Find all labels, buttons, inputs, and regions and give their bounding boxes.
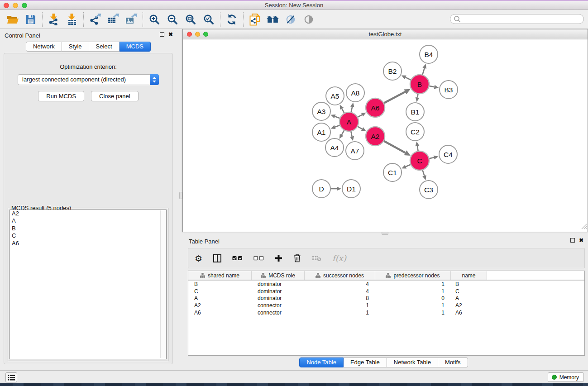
tab-motifs[interactable]: Motifs xyxy=(438,357,468,367)
open-session-icon[interactable] xyxy=(4,12,22,27)
run-mcds-button[interactable]: Run MCDS xyxy=(38,91,84,101)
deselect-all-icon[interactable] xyxy=(253,256,264,261)
graph-node-B1[interactable]: B1 xyxy=(406,103,424,121)
result-item[interactable]: A xyxy=(10,217,166,224)
graph-node-A8[interactable]: A8 xyxy=(346,84,364,102)
graph-node-A7[interactable]: A7 xyxy=(346,142,364,160)
result-item[interactable]: A2 xyxy=(10,210,166,217)
cell: 1 xyxy=(305,310,375,316)
result-item[interactable]: A6 xyxy=(10,240,166,247)
import-network-icon[interactable] xyxy=(45,12,63,27)
tab-network-table[interactable]: Network Table xyxy=(387,357,438,367)
export-table-icon[interactable] xyxy=(104,12,122,27)
copy-network-icon[interactable] xyxy=(246,12,264,27)
result-item[interactable]: C xyxy=(10,232,166,239)
tab-style[interactable]: Style xyxy=(62,42,89,52)
graph-node-B[interactable]: B xyxy=(410,75,429,94)
graph-edge-A2-C[interactable] xyxy=(383,140,406,152)
tab-network[interactable]: Network xyxy=(26,42,62,52)
graph-node-A[interactable]: A xyxy=(339,112,359,131)
gear-icon[interactable]: ⚙ xyxy=(195,254,202,263)
close-panel-icon[interactable]: ✖ xyxy=(168,32,173,37)
tab-mcds[interactable]: MCDS xyxy=(120,42,151,52)
vertical-split-handle[interactable] xyxy=(179,192,182,199)
graph-node-B4[interactable]: B4 xyxy=(420,45,438,63)
minimize-window-button[interactable] xyxy=(13,3,18,8)
graph-node-C4[interactable]: C4 xyxy=(439,145,457,163)
graph-node-A3[interactable]: A3 xyxy=(312,102,330,120)
close-window-button[interactable] xyxy=(4,3,9,8)
edge-arrowhead xyxy=(434,156,439,160)
memory-button[interactable]: Memory xyxy=(548,372,584,382)
graph-node-D[interactable]: D xyxy=(312,180,330,198)
hide-graphics-icon[interactable] xyxy=(282,12,300,27)
tab-select[interactable]: Select xyxy=(89,42,120,52)
network-close-button[interactable] xyxy=(187,32,192,37)
tab-node-table[interactable]: Node Table xyxy=(299,357,344,367)
graph-node-B2[interactable]: B2 xyxy=(383,62,402,80)
table-row[interactable]: Bdominator41B xyxy=(188,281,584,288)
column-header-shared-name[interactable]: shared name xyxy=(188,271,252,280)
graph-node-C2[interactable]: C2 xyxy=(406,123,424,141)
graph-node-A1[interactable]: A1 xyxy=(312,123,330,141)
graph-node-C[interactable]: C xyxy=(410,151,429,170)
horizontal-split-handle[interactable] xyxy=(382,232,388,235)
result-scrollbar[interactable] xyxy=(160,210,166,358)
close-table-panel-icon[interactable]: ✖ xyxy=(579,238,583,243)
delete-row-icon[interactable] xyxy=(293,254,301,262)
graph-node-B3[interactable]: B3 xyxy=(440,81,458,99)
edge-arrowhead xyxy=(350,102,354,107)
graph-node-D1[interactable]: D1 xyxy=(342,180,360,198)
network-minimize-button[interactable] xyxy=(195,32,200,37)
float-table-panel-icon[interactable] xyxy=(570,238,575,243)
resize-grip-icon[interactable] xyxy=(581,223,587,231)
zoom-window-button[interactable] xyxy=(22,3,27,8)
zoom-in-icon[interactable] xyxy=(145,12,163,27)
zoom-out-icon[interactable] xyxy=(163,12,182,27)
column-header-predecessor-nodes[interactable]: predecessor nodes xyxy=(375,271,451,280)
svg-text:A: A xyxy=(347,118,352,126)
zoom-fit-icon[interactable] xyxy=(182,12,200,27)
close-panel-button[interactable]: Close panel xyxy=(91,91,139,101)
task-history-button[interactable] xyxy=(5,372,17,382)
table-row[interactable]: A2connector11A2 xyxy=(188,302,584,309)
select-all-icon[interactable] xyxy=(232,256,243,261)
home-layout-icon[interactable] xyxy=(264,12,282,27)
search-input[interactable] xyxy=(461,15,583,23)
column-header-MCDS-role[interactable]: MCDS role xyxy=(252,271,305,280)
criterion-dropdown[interactable]: largest connected component (directed) xyxy=(18,74,159,85)
network-canvas[interactable]: AA1A2A3A4A5A6A7A8BB1B2B3B4CC1C2C3C4DD1 xyxy=(183,39,588,232)
svg-text:D1: D1 xyxy=(347,185,356,193)
import-table-icon[interactable] xyxy=(63,12,81,27)
export-image-icon[interactable] xyxy=(122,12,140,27)
column-header-name[interactable]: name xyxy=(451,271,487,280)
tab-edge-table[interactable]: Edge Table xyxy=(344,357,387,367)
network-zoom-button[interactable] xyxy=(203,32,208,37)
table-row[interactable]: A6connector11A6 xyxy=(188,309,584,316)
result-item[interactable]: B xyxy=(10,225,166,232)
refresh-icon[interactable] xyxy=(223,12,241,27)
graph-edge-A6-B[interactable] xyxy=(383,92,405,104)
column-header-successor-nodes[interactable]: successor nodes xyxy=(305,271,375,280)
graph-node-C1[interactable]: C1 xyxy=(383,163,402,181)
table-row[interactable]: Cdominator41C xyxy=(188,288,584,295)
add-row-icon[interactable] xyxy=(275,254,282,262)
zoom-selected-icon[interactable] xyxy=(200,12,218,27)
network-window-titlebar: testGlobe.txt xyxy=(183,29,588,39)
graph-node-C3[interactable]: C3 xyxy=(420,181,438,199)
table-row[interactable]: Adominator80A xyxy=(188,295,584,302)
graph-node-A5[interactable]: A5 xyxy=(326,87,344,105)
float-panel-icon[interactable] xyxy=(160,32,164,37)
mcds-result-list: A2ABCA6 xyxy=(10,210,167,359)
graph-node-A2[interactable]: A2 xyxy=(366,127,385,146)
show-graphics-icon[interactable] xyxy=(300,12,318,27)
export-network-icon[interactable] xyxy=(86,12,104,27)
save-session-icon[interactable] xyxy=(22,12,40,27)
hierarchy-icon xyxy=(261,273,266,278)
graph-node-A6[interactable]: A6 xyxy=(366,98,385,117)
split-columns-icon[interactable] xyxy=(213,254,221,262)
edge-arrowhead xyxy=(331,114,336,118)
cell: dominator xyxy=(252,295,305,301)
graph-node-A4[interactable]: A4 xyxy=(325,138,344,157)
search-field[interactable] xyxy=(450,14,584,24)
